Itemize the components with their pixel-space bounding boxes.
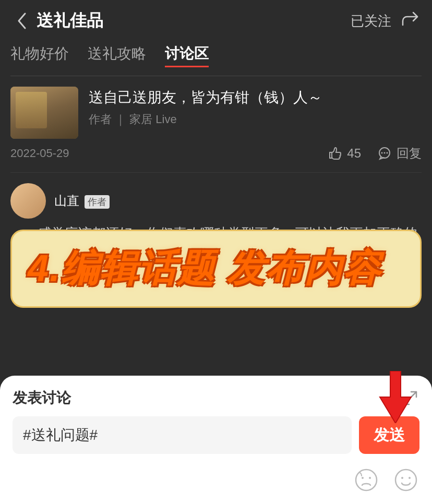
top-nav: 送礼佳品 已关注 bbox=[0, 0, 432, 39]
post-channel: 家居 Live bbox=[129, 113, 176, 126]
discussion-input[interactable] bbox=[13, 416, 352, 454]
comment2-badge: 作者 bbox=[85, 195, 110, 209]
like-button[interactable]: 45 bbox=[327, 146, 361, 161]
svg-point-5 bbox=[356, 470, 377, 490]
sheet-title: 发表讨论 bbox=[13, 388, 71, 408]
sheet-header: 发表讨论 bbox=[13, 388, 419, 408]
overlay-banner: 4.编辑话题 发布内容 bbox=[10, 230, 422, 308]
share-button[interactable] bbox=[401, 10, 419, 31]
reply-label: 回复 bbox=[397, 145, 422, 162]
svg-point-9 bbox=[401, 477, 403, 479]
svg-point-6 bbox=[362, 477, 364, 479]
bottom-sheet: 发表讨论 发送 bbox=[0, 376, 432, 504]
svg-point-8 bbox=[395, 470, 416, 490]
page-title: 送礼佳品 bbox=[37, 9, 103, 32]
post-divider: ｜ bbox=[115, 113, 129, 126]
avatar-2 bbox=[10, 183, 46, 219]
svg-point-10 bbox=[409, 477, 411, 479]
tabs-bar: 礼物好价 送礼攻略 讨论区 bbox=[10, 39, 422, 76]
post-footer: 2022-05-29 45 bbox=[10, 145, 422, 162]
nav-right: 已关注 bbox=[351, 10, 419, 31]
back-button[interactable] bbox=[13, 11, 31, 30]
red-arrow-indicator bbox=[375, 371, 416, 423]
post-text-block: 送自己送朋友，皆为有钳（钱）人～ 作者 ｜ 家居 Live bbox=[89, 87, 422, 139]
post-date: 2022-05-29 bbox=[10, 147, 69, 160]
like-count: 45 bbox=[347, 146, 361, 161]
tab-gifts[interactable]: 礼物好价 bbox=[10, 44, 69, 67]
comment2-meta: 山直 作者 bbox=[54, 193, 110, 209]
happy-emoji-button[interactable] bbox=[392, 466, 419, 494]
input-row: 发送 bbox=[13, 416, 419, 454]
post-card: 送自己送朋友，皆为有钳（钱）人～ 作者 ｜ 家居 Live 2022-05-29… bbox=[10, 76, 422, 173]
svg-point-2 bbox=[384, 152, 386, 154]
tab-discussion[interactable]: 讨论区 bbox=[165, 44, 209, 67]
post-row: 送自己送朋友，皆为有钳（钱）人～ 作者 ｜ 家居 Live bbox=[10, 87, 422, 139]
post-actions: 45 回复 bbox=[327, 145, 422, 162]
banner-text: 4.编辑话题 发布内容 bbox=[28, 244, 381, 294]
post-thumbnail bbox=[10, 87, 78, 139]
sad-emoji-button[interactable] bbox=[353, 466, 380, 494]
reply-button[interactable]: 回复 bbox=[377, 145, 422, 162]
post-sub: 作者 ｜ 家居 Live bbox=[89, 112, 422, 127]
emoji-row bbox=[13, 462, 419, 494]
post-author-prefix: 作者 bbox=[89, 113, 112, 126]
post-title: 送自己送朋友，皆为有钳（钱）人～ bbox=[89, 87, 422, 109]
comment2-author: 山直 bbox=[54, 194, 79, 208]
nav-left: 送礼佳品 bbox=[13, 9, 103, 32]
svg-point-3 bbox=[387, 152, 388, 154]
svg-marker-4 bbox=[380, 371, 411, 423]
svg-point-1 bbox=[381, 152, 383, 154]
tab-guide[interactable]: 送礼攻略 bbox=[88, 44, 146, 67]
svg-point-7 bbox=[369, 477, 371, 479]
follow-button[interactable]: 已关注 bbox=[351, 12, 391, 30]
